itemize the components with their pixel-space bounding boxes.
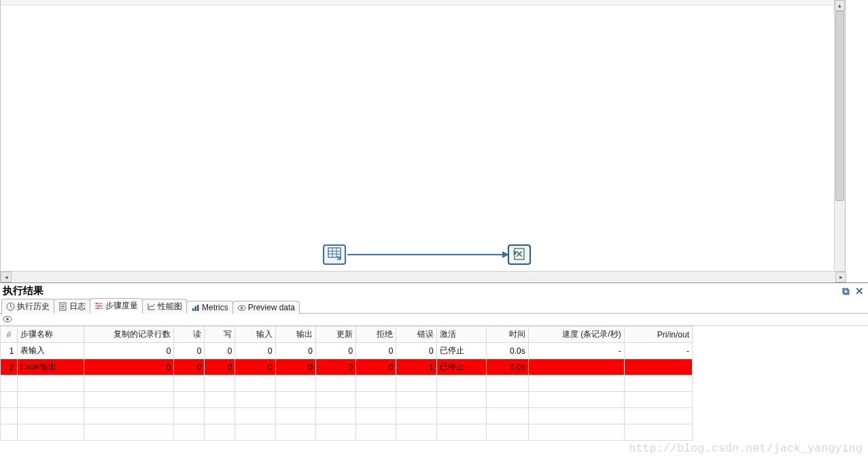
scroll-thumb[interactable] bbox=[835, 11, 844, 201]
svg-point-21 bbox=[241, 306, 243, 308]
svg-rect-18 bbox=[195, 306, 197, 311]
filter-row[interactable] bbox=[0, 314, 868, 326]
results-header: 执行结果 ⧉ ✕ bbox=[0, 283, 868, 299]
detach-icon[interactable]: ⧉ bbox=[841, 285, 851, 297]
log-icon bbox=[58, 302, 67, 311]
cell: 0 bbox=[205, 359, 235, 375]
cell: 0.0s bbox=[487, 359, 528, 375]
col-rownum[interactable]: # bbox=[1, 327, 18, 343]
svg-rect-0 bbox=[328, 248, 341, 257]
col-read[interactable]: 读 bbox=[174, 327, 205, 343]
col-write[interactable]: 写 bbox=[205, 327, 235, 343]
cell: 0 bbox=[356, 343, 396, 359]
metrics-icon bbox=[191, 304, 200, 312]
scroll-right-icon[interactable]: ▸ bbox=[835, 272, 846, 282]
col-update[interactable]: 更新 bbox=[315, 327, 355, 343]
cell: 0 bbox=[205, 343, 235, 359]
close-icon[interactable]: ✕ bbox=[854, 285, 865, 297]
table-row[interactable]: 2Excel输出00000001已停止0.0s-- bbox=[1, 359, 693, 375]
svg-point-23 bbox=[6, 318, 9, 320]
cell: 0 bbox=[84, 359, 174, 375]
step-metrics-table: # 步骤名称 复制的记录行数 读 写 输入 输出 更新 拒绝 错误 激活 时间 … bbox=[0, 326, 693, 441]
cell: 表输入 bbox=[17, 343, 84, 359]
cell: 已停止 bbox=[436, 359, 487, 375]
cell: - bbox=[624, 359, 692, 375]
cell: 0 bbox=[315, 359, 355, 375]
tab-metrics[interactable]: Metrics bbox=[186, 301, 233, 314]
table-row bbox=[1, 375, 693, 392]
eye-icon bbox=[237, 304, 246, 312]
cell: 0 bbox=[174, 343, 205, 359]
svg-rect-19 bbox=[197, 305, 199, 311]
tab-perf-chart[interactable]: 性能图 bbox=[142, 299, 187, 314]
table-input-icon bbox=[328, 247, 341, 263]
horizontal-scrollbar[interactable]: ◂ ▸ bbox=[1, 271, 846, 282]
col-pri[interactable]: Pri/in/out bbox=[624, 327, 692, 343]
history-icon bbox=[6, 302, 15, 311]
col-reject[interactable]: 拒绝 bbox=[356, 327, 396, 343]
results-tabs: 执行历史 日志 步骤度量 性能图 Metrics Preview data bbox=[0, 299, 868, 314]
hop-arrow[interactable] bbox=[347, 254, 508, 255]
table-row bbox=[1, 424, 693, 441]
tab-label: 日志 bbox=[69, 301, 86, 312]
execution-results-panel: 执行结果 ⧉ ✕ 执行历史 日志 步骤度量 性能图 Metrics Prev bbox=[0, 282, 868, 441]
step-metrics-icon bbox=[94, 301, 103, 310]
col-error[interactable]: 错误 bbox=[396, 327, 436, 343]
tab-preview-data[interactable]: Preview data bbox=[232, 301, 300, 314]
cell: 0 bbox=[275, 359, 315, 375]
cell: 0 bbox=[235, 343, 275, 359]
tab-label: 执行历史 bbox=[17, 301, 50, 312]
svg-point-14 bbox=[96, 303, 97, 304]
watermark: http://blog.csdn.net/jack_yangying bbox=[629, 443, 863, 455]
col-copy[interactable]: 复制的记录行数 bbox=[84, 327, 174, 343]
table-header-row: # 步骤名称 复制的记录行数 读 写 输入 输出 更新 拒绝 错误 激活 时间 … bbox=[1, 327, 693, 343]
table-row[interactable]: 1表输入00000000已停止0.0s-- bbox=[1, 343, 693, 359]
tab-exec-history[interactable]: 执行历史 bbox=[1, 299, 54, 314]
svg-point-15 bbox=[99, 305, 100, 306]
excel-output-icon bbox=[513, 247, 526, 263]
cell: 0 bbox=[396, 343, 436, 359]
cell: - bbox=[528, 359, 624, 375]
cell: 已停止 bbox=[436, 343, 487, 359]
cell: 0 bbox=[315, 343, 355, 359]
col-input[interactable]: 输入 bbox=[235, 327, 275, 343]
svg-point-16 bbox=[97, 308, 99, 309]
col-output[interactable]: 输出 bbox=[275, 327, 315, 343]
scroll-up-icon[interactable]: ▴ bbox=[835, 0, 845, 11]
cell: 1 bbox=[1, 343, 18, 359]
cell: 1 bbox=[396, 359, 436, 375]
design-canvas[interactable]: ▴ ▾ ◂ ▸ bbox=[0, 0, 846, 282]
cell: 0 bbox=[174, 359, 205, 375]
scroll-left-icon[interactable]: ◂ bbox=[1, 272, 12, 282]
chart-icon bbox=[147, 302, 156, 311]
toolbar bbox=[1, 0, 845, 5]
step-node-table-input[interactable] bbox=[323, 244, 346, 265]
table-row bbox=[1, 392, 693, 408]
step-node-excel-output[interactable] bbox=[508, 244, 531, 265]
svg-rect-17 bbox=[192, 308, 194, 311]
tab-label: 性能图 bbox=[158, 301, 182, 312]
vertical-scrollbar[interactable]: ▴ ▾ bbox=[834, 0, 845, 282]
col-speed[interactable]: 速度 (条记录/秒) bbox=[528, 327, 624, 343]
cell: 2 bbox=[1, 359, 18, 375]
col-step-name[interactable]: 步骤名称 bbox=[17, 327, 84, 343]
col-active[interactable]: 激活 bbox=[436, 327, 487, 343]
eye-icon bbox=[3, 315, 12, 325]
col-time[interactable]: 时间 bbox=[487, 327, 528, 343]
cell: 0.0s bbox=[487, 343, 528, 359]
tab-step-metrics[interactable]: 步骤度量 bbox=[90, 298, 143, 314]
cell: 0 bbox=[356, 359, 396, 375]
cell: - bbox=[528, 343, 624, 359]
tab-label: 步骤度量 bbox=[105, 300, 138, 312]
tab-label: Preview data bbox=[248, 303, 295, 312]
tab-log[interactable]: 日志 bbox=[54, 299, 90, 314]
cell: Excel输出 bbox=[17, 359, 84, 375]
cell: - bbox=[624, 343, 692, 359]
cell: 0 bbox=[275, 343, 315, 359]
tab-label: Metrics bbox=[202, 303, 228, 312]
cell: 0 bbox=[235, 359, 275, 375]
table-row bbox=[1, 408, 693, 424]
cell: 0 bbox=[84, 343, 174, 359]
results-title: 执行结果 bbox=[3, 284, 44, 297]
